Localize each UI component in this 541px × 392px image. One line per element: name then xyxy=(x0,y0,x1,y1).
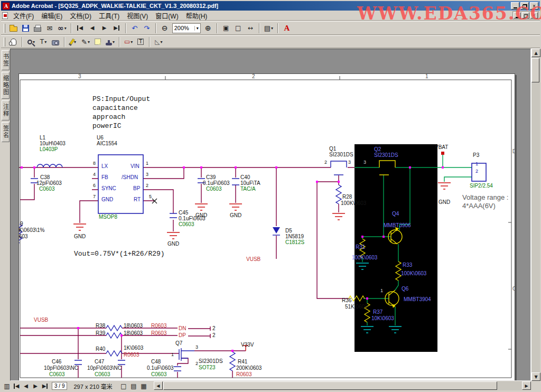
pdf-document-icon[interactable] xyxy=(2,12,8,19)
schematic-label: R37 xyxy=(373,310,383,315)
status-prev-page-button[interactable]: ◀ xyxy=(21,381,31,390)
pencil-tool-button[interactable]: ✎▾ xyxy=(80,36,91,48)
status-first-page-button[interactable]: ◀ xyxy=(12,381,21,390)
scroll-right-button[interactable]: ▶ xyxy=(522,381,531,390)
zoom-level-value: 200% xyxy=(174,25,189,31)
fit-width-button[interactable]: ↔ xyxy=(245,22,256,34)
schematic-label: Q6 xyxy=(402,286,408,292)
restore-button[interactable] xyxy=(520,2,529,10)
sidebar-tab-0[interactable]: 书签 xyxy=(2,50,10,70)
prev-page-button[interactable]: ◀ xyxy=(87,22,98,34)
app-badge-button[interactable]: A xyxy=(281,22,293,34)
note-tool-button[interactable] xyxy=(92,36,104,48)
schematic-label: Vout=0.75V*(1+R26/R29) xyxy=(74,250,165,258)
stamp-tool-button[interactable]: ▾ xyxy=(104,36,116,48)
zoom-level-select[interactable]: 200%▾ xyxy=(172,23,201,33)
toolbar-grip[interactable] xyxy=(4,38,5,46)
open-button[interactable] xyxy=(7,22,19,34)
scroll-up-icon: ▲ xyxy=(534,51,537,55)
status-first-page-icon: ◀ xyxy=(14,384,20,389)
schematic-label: Q1 xyxy=(329,146,336,152)
menu-item-6[interactable]: 帮助(H) xyxy=(182,10,211,21)
textbox-tool-button[interactable]: T xyxy=(135,36,146,48)
menu-item-0[interactable]: 文件(F) xyxy=(10,10,38,21)
hand-tool-button[interactable] xyxy=(7,36,19,48)
rectangle-tool-icon: ▭ xyxy=(124,39,130,45)
actual-size-button[interactable]: ▣ xyxy=(220,22,232,34)
doc-minimize-button[interactable] xyxy=(514,12,521,18)
vertical-scroll-track[interactable] xyxy=(531,57,540,372)
sidebar-tab-2[interactable]: 注释 xyxy=(2,100,10,120)
menu-item-4[interactable]: 视图(V) xyxy=(123,10,152,21)
zoom-dropdown-arrow[interactable]: ▾ xyxy=(194,26,199,31)
minimize-button[interactable] xyxy=(511,2,519,10)
schematic-label: VUSB xyxy=(246,257,260,263)
zoom-in-button[interactable]: ⊕ xyxy=(202,22,214,34)
email-button[interactable]: ✉ xyxy=(44,22,55,34)
schematic-label: approach xyxy=(92,114,125,121)
status-last-page-button[interactable]: ▶ xyxy=(40,381,50,390)
menu-item-5[interactable]: 窗口(W) xyxy=(152,10,182,21)
document-pane[interactable]: 321DCPS:Input/Ouputcapacitanceapproachpo… xyxy=(10,49,531,381)
fit-page-button[interactable]: □ xyxy=(232,22,244,34)
print-button[interactable] xyxy=(32,22,43,34)
vertical-scroll-thumb[interactable] xyxy=(531,58,539,82)
last-page-button[interactable]: ▶ xyxy=(111,22,123,34)
vbat-pin-mark xyxy=(441,152,444,155)
zoom-tool-button[interactable]: ▾ xyxy=(25,36,37,48)
scroll-left-button[interactable]: ◀ xyxy=(154,381,163,390)
status-last-page-icon: ▶ xyxy=(42,384,48,389)
pages-menu-button[interactable]: ▤▾ xyxy=(263,22,275,34)
stamp-tool-dropdown-arrow: ▾ xyxy=(113,40,115,44)
menu-item-1[interactable]: 编辑(E) xyxy=(38,10,66,21)
print-icon xyxy=(34,27,41,32)
zoom-out-button[interactable]: ⊖ xyxy=(159,22,171,34)
horizontal-scrollbar[interactable]: ◀ ▶ xyxy=(154,381,531,390)
layout-facing-button[interactable]: ▦ xyxy=(139,381,148,390)
next-view-button[interactable]: ↷ xyxy=(141,22,153,34)
doc-restore-button[interactable] xyxy=(522,12,529,18)
layout-single-button[interactable]: □ xyxy=(119,381,128,390)
save-button[interactable] xyxy=(20,22,31,34)
prev-view-button[interactable]: ↶ xyxy=(129,22,141,34)
close-button[interactable]: × xyxy=(530,2,538,10)
schematic-label: 0.1uF\0603 xyxy=(203,181,230,186)
stamp-tool-icon xyxy=(106,43,112,45)
vertical-scrollbar[interactable]: ▲ ▼ xyxy=(531,49,540,381)
first-page-button[interactable]: ◀ xyxy=(74,22,86,34)
schematic-label: 0.1uF\0603 xyxy=(147,366,174,371)
schematic-label: P3 xyxy=(473,153,479,158)
next-page-button[interactable]: ▶ xyxy=(99,22,110,34)
pane-toggle-button[interactable]: ▥ xyxy=(2,381,12,390)
snapshot-tool-button[interactable] xyxy=(50,36,61,48)
measure-tool-button[interactable]: ◺▾ xyxy=(153,36,164,48)
rectangle-tool-button[interactable]: ▭▾ xyxy=(123,36,134,48)
schematic-label: 2 xyxy=(195,361,198,366)
toolbar-separator xyxy=(149,37,150,47)
schematic-label: 1 xyxy=(380,288,383,293)
search-button[interactable]: ∞▾ xyxy=(56,22,68,34)
layout-continuous-button[interactable]: ▤ xyxy=(129,381,138,390)
main-toolbar: ✉∞▾◀◀▶▶↶↷⊖200%▾⊕▣□↔▤▾A xyxy=(1,21,540,35)
sidebar-tab-3[interactable]: 签名 xyxy=(2,122,10,142)
layout-continuous-icon: ▤ xyxy=(130,383,136,389)
schematic-label: C xyxy=(512,286,515,292)
status-page-nav: ◀◀▶▶ xyxy=(12,381,50,390)
sidebar-tab-1[interactable]: 缩略图 xyxy=(2,72,10,99)
select-text-tool-button[interactable]: T▾ xyxy=(38,36,49,48)
doc-close-button[interactable]: × xyxy=(530,12,538,18)
scroll-down-button[interactable]: ▼ xyxy=(531,372,540,381)
scroll-up-button[interactable]: ▲ xyxy=(531,49,540,57)
first-page-icon: ◀ xyxy=(77,25,83,31)
schematic-label: VIN xyxy=(130,164,139,170)
status-next-page-button[interactable]: ▶ xyxy=(31,381,40,390)
menu-item-2[interactable]: 文档(D) xyxy=(66,10,95,21)
horizontal-scroll-thumb[interactable] xyxy=(163,381,498,390)
toolbar-grip[interactable] xyxy=(4,24,5,33)
highlight-tool-button[interactable]: ▾ xyxy=(68,36,79,48)
menu-item-3[interactable]: 工具(T) xyxy=(95,10,123,21)
horizontal-scroll-track[interactable] xyxy=(163,381,522,390)
app-badge-icon: A xyxy=(284,24,290,32)
navigation-tabstrip: 书签缩略图注释签名 xyxy=(1,49,10,381)
page-number-input[interactable]: 3 / 9 xyxy=(52,382,67,390)
